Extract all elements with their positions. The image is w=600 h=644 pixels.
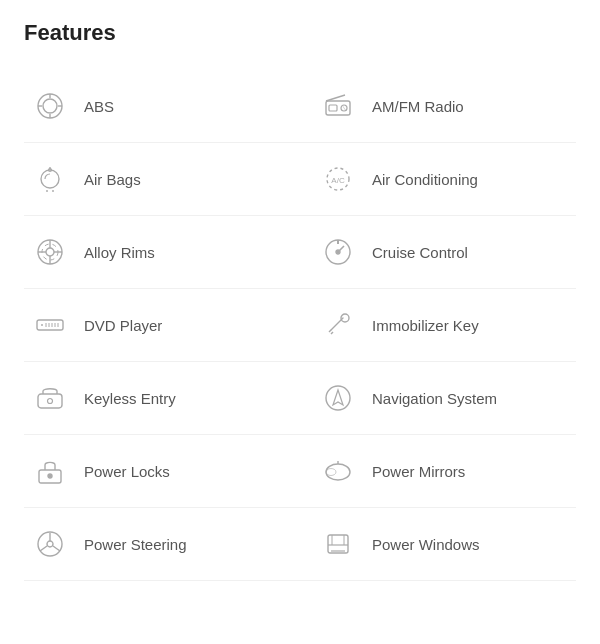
feature-item-immobilizer-key: Immobilizer Key <box>300 289 576 362</box>
feature-item-dvd-player: DVD Player <box>24 289 300 362</box>
svg-point-42 <box>326 464 350 480</box>
feature-label-air-conditioning: Air Conditioning <box>372 171 478 188</box>
svg-rect-6 <box>326 101 350 115</box>
abs-icon <box>32 88 68 124</box>
feature-item-cruise-control: Cruise Control <box>300 216 576 289</box>
svg-line-48 <box>40 546 47 551</box>
feature-item-power-steering: Power Steering <box>24 508 300 581</box>
svg-marker-39 <box>333 390 343 405</box>
svg-point-46 <box>47 541 53 547</box>
svg-line-49 <box>53 546 60 551</box>
cruise-icon <box>320 234 356 270</box>
svg-text:A/C: A/C <box>331 176 345 185</box>
svg-point-25 <box>336 250 340 254</box>
keyless-icon <box>32 380 68 416</box>
svg-line-7 <box>326 95 345 101</box>
key-icon <box>320 307 356 343</box>
feature-label-air-bags: Air Bags <box>84 171 141 188</box>
features-grid: ABSAM/FM RadioAir BagsA/CAir Conditionin… <box>24 70 576 581</box>
feature-label-am-fm-radio: AM/FM Radio <box>372 98 464 115</box>
feature-item-alloy-rims: Alloy Rims <box>24 216 300 289</box>
feature-item-abs: ABS <box>24 70 300 143</box>
steering-icon <box>32 526 68 562</box>
svg-rect-36 <box>38 394 62 408</box>
feature-label-power-mirrors: Power Mirrors <box>372 463 465 480</box>
svg-point-16 <box>46 248 54 256</box>
feature-item-am-fm-radio: AM/FM Radio <box>300 70 576 143</box>
feature-label-dvd-player: DVD Player <box>84 317 162 334</box>
feature-item-air-conditioning: A/CAir Conditioning <box>300 143 576 216</box>
dvd-icon <box>32 307 68 343</box>
locks-icon <box>32 453 68 489</box>
mirrors-icon <box>320 453 356 489</box>
feature-label-keyless-entry: Keyless Entry <box>84 390 176 407</box>
feature-item-navigation-system: Navigation System <box>300 362 576 435</box>
feature-item-power-mirrors: Power Mirrors <box>300 435 576 508</box>
radio-icon <box>320 88 356 124</box>
feature-label-navigation-system: Navigation System <box>372 390 497 407</box>
ac-icon: A/C <box>320 161 356 197</box>
airbags-icon <box>32 161 68 197</box>
svg-point-1 <box>43 99 57 113</box>
svg-point-37 <box>48 399 53 404</box>
feature-label-power-locks: Power Locks <box>84 463 170 480</box>
windows-icon <box>320 526 356 562</box>
feature-item-air-bags: Air Bags <box>24 143 300 216</box>
wheel-icon <box>32 234 68 270</box>
feature-label-cruise-control: Cruise Control <box>372 244 468 261</box>
svg-rect-8 <box>329 105 337 111</box>
navigation-icon <box>320 380 356 416</box>
page-title: Features <box>24 20 576 46</box>
feature-item-keyless-entry: Keyless Entry <box>24 362 300 435</box>
feature-label-alloy-rims: Alloy Rims <box>84 244 155 261</box>
svg-line-34 <box>329 330 331 332</box>
feature-item-power-locks: Power Locks <box>24 435 300 508</box>
feature-label-immobilizer-key: Immobilizer Key <box>372 317 479 334</box>
svg-point-44 <box>326 469 336 476</box>
svg-rect-26 <box>37 320 63 330</box>
feature-item-power-windows: Power Windows <box>300 508 576 581</box>
svg-line-35 <box>331 332 333 334</box>
feature-label-power-windows: Power Windows <box>372 536 480 553</box>
svg-rect-50 <box>328 535 348 553</box>
feature-label-abs: ABS <box>84 98 114 115</box>
svg-point-41 <box>48 474 52 478</box>
feature-label-power-steering: Power Steering <box>84 536 187 553</box>
